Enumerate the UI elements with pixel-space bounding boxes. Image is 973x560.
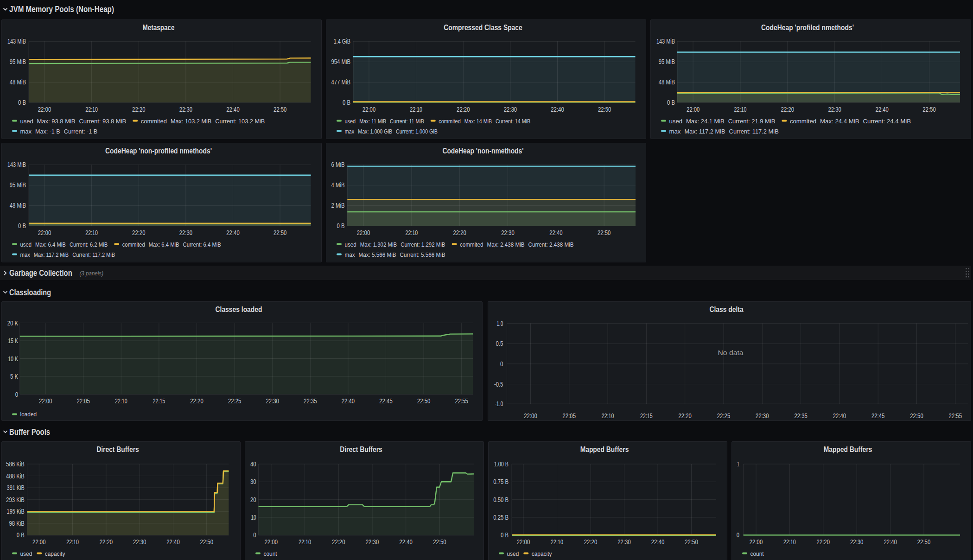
svg-text:Current: 1.292 MiB: Current: 1.292 MiB [401,241,445,248]
svg-text:98 KiB: 98 KiB [9,520,24,527]
svg-text:22:00: 22:00 [687,106,700,113]
svg-text:max: max [345,128,355,135]
svg-text:0: 0 [737,531,739,539]
svg-text:22:20: 22:20 [453,229,467,236]
svg-text:0: 0 [253,531,256,539]
svg-text:22:50: 22:50 [200,538,214,546]
svg-text:Class delta: Class delta [709,305,744,313]
svg-text:22:10: 22:10 [734,106,747,113]
svg-text:22:00: 22:00 [357,229,370,236]
svg-text:22:10: 22:10 [551,538,563,546]
svg-text:used: used [345,118,356,125]
svg-text:22:55: 22:55 [949,412,962,420]
svg-text:Max: 5.566 MiB: Max: 5.566 MiB [359,251,396,258]
svg-text:22:20: 22:20 [132,106,146,113]
svg-text:Current: 117.2 MiB: Current: 117.2 MiB [72,251,115,258]
svg-text:954 MiB: 954 MiB [331,58,350,65]
svg-text:Current: 2.438 MiB: Current: 2.438 MiB [528,241,574,248]
svg-text:10 K: 10 K [8,355,18,363]
svg-text:JVM Memory Pools (Non-Heap): JVM Memory Pools (Non-Heap) [9,5,114,14]
svg-text:22:00: 22:00 [517,538,530,546]
svg-text:Current: 103.2 MiB: Current: 103.2 MiB [215,118,265,125]
svg-text:Buffer Pools: Buffer Pools [9,427,50,437]
svg-text:22:30: 22:30 [179,106,193,113]
svg-text:Max: 103.2 MiB: Max: 103.2 MiB [171,118,211,125]
svg-text:22:50: 22:50 [598,106,611,113]
svg-text:0 B: 0 B [18,99,26,106]
svg-text:22:00: 22:00 [38,229,51,236]
svg-text:22:10: 22:10 [85,106,98,113]
svg-text:22:00: 22:00 [38,106,51,113]
svg-text:22:50: 22:50 [917,538,931,546]
svg-text:Current: 11 MiB: Current: 11 MiB [390,118,424,125]
svg-text:195 KiB: 195 KiB [7,508,25,515]
svg-text:22:50: 22:50 [433,538,446,546]
svg-text:20 K: 20 K [7,319,19,327]
svg-text:Current: -1 B: Current: -1 B [64,128,98,135]
svg-text:22:30: 22:30 [504,106,517,113]
svg-text:0 B: 0 B [501,531,509,539]
svg-text:22:35: 22:35 [304,397,317,405]
svg-text:22:55: 22:55 [455,397,469,405]
svg-text:20: 20 [250,496,256,503]
svg-text:Max: 117.2 MiB: Max: 117.2 MiB [34,251,69,258]
svg-text:22:35: 22:35 [794,412,808,420]
svg-text:22:30: 22:30 [266,397,280,405]
svg-text:Current: 14 MiB: Current: 14 MiB [496,118,530,125]
svg-text:CodeHeap 'non-profiled nmethod: CodeHeap 'non-profiled nmethods' [105,146,212,155]
svg-text:22:10: 22:10 [783,538,796,546]
svg-text:used: used [669,118,683,125]
svg-text:10: 10 [251,514,256,521]
svg-text:22:10: 22:10 [66,538,79,546]
svg-text:22:10: 22:10 [85,229,98,236]
svg-text:Current: 93.8 MiB: Current: 93.8 MiB [79,118,127,125]
svg-text:commited: commited [439,118,461,125]
svg-text:48 MiB: 48 MiB [10,78,26,86]
svg-text:95 MiB: 95 MiB [10,58,26,65]
svg-text:48 MiB: 48 MiB [10,202,26,209]
svg-text:22:00: 22:00 [32,538,46,546]
svg-text:2 MiB: 2 MiB [331,202,345,209]
svg-text:capacity: capacity [45,550,65,557]
svg-text:0 B: 0 B [337,222,345,229]
svg-text:22:20: 22:20 [132,229,146,236]
svg-text:22:50: 22:50 [417,397,431,405]
svg-text:CodeHeap 'non-nmethods': CodeHeap 'non-nmethods' [442,146,523,155]
svg-text:Max: -1 B: Max: -1 B [35,128,60,135]
svg-text:6 MiB: 6 MiB [331,161,345,168]
svg-text:0 B: 0 B [667,99,675,106]
svg-text:0.75 B: 0.75 B [493,478,509,485]
svg-text:22:25: 22:25 [717,412,731,420]
svg-text:0 B: 0 B [17,531,25,539]
svg-text:commited: commited [460,241,483,248]
svg-text:Max: 6.4 MiB: Max: 6.4 MiB [149,241,179,248]
svg-text:5 K: 5 K [10,373,19,380]
svg-text:22:40: 22:40 [833,412,846,420]
svg-text:22:45: 22:45 [871,412,885,420]
svg-text:Max: 93.8 MiB: Max: 93.8 MiB [37,118,76,125]
svg-text:Compressed Class Space: Compressed Class Space [444,23,522,32]
svg-text:40: 40 [250,460,256,468]
svg-text:22:50: 22:50 [910,412,923,420]
svg-text:4 MiB: 4 MiB [331,181,345,189]
svg-text:used: used [507,550,519,557]
svg-text:0.50 B: 0.50 B [493,496,509,503]
svg-text:(3 panels): (3 panels) [80,270,104,277]
svg-text:22:05: 22:05 [77,397,90,405]
svg-text:CodeHeap 'profiled nmethods': CodeHeap 'profiled nmethods' [761,23,854,32]
svg-text:commited: commited [141,118,167,125]
svg-text:0.5: 0.5 [496,340,503,347]
svg-text:22:30: 22:30 [133,538,146,546]
svg-text:22:15: 22:15 [153,397,165,405]
svg-text:1: 1 [737,460,739,468]
svg-text:Mapped Buffers: Mapped Buffers [580,445,629,453]
svg-text:22:40: 22:40 [226,229,240,236]
svg-text:22:20: 22:20 [190,397,204,405]
svg-text:loaded: loaded [20,411,37,418]
svg-text:Classes loaded: Classes loaded [216,305,262,313]
svg-text:22:10: 22:10 [602,412,614,420]
svg-text:Max: 24.4 MiB: Max: 24.4 MiB [820,118,859,125]
svg-text:22:20: 22:20 [332,538,345,546]
svg-text:count: count [264,550,277,557]
svg-text:143 MiB: 143 MiB [7,38,26,45]
